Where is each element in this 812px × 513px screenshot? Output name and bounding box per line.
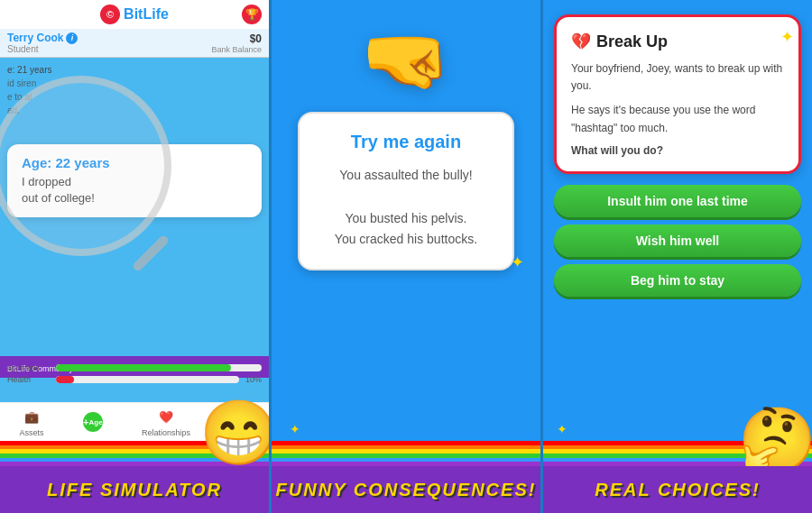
balance-amount: $0 — [211, 32, 262, 45]
event-card-header: 💔 Break Up — [571, 32, 784, 51]
activity-line2: e to al — [7, 90, 262, 104]
balance-label: Bank Balance — [211, 45, 262, 54]
action-card: Try me again You assaulted the bully! Yo… — [298, 112, 513, 270]
sparkle-icon-4: ✦ — [557, 422, 567, 436]
sparkle-icon-3: ✦ — [780, 27, 794, 47]
panel2-label-text: FUNNY CONSEQUENCES! — [276, 480, 537, 500]
trophy-badge[interactable]: 🏆 — [242, 5, 262, 24]
activity-list: e: 21 years id siren e to al ad. — [7, 63, 262, 117]
user-role: Student — [7, 44, 78, 54]
action-line1: You assaulted the bully! — [318, 165, 494, 187]
health-pct: 10% — [245, 375, 262, 384]
user-info: Terry Cook i Student — [7, 32, 78, 54]
rainbow-strip-2 — [272, 441, 540, 466]
p3-main-content: 💔 Break Up Your boyfriend, Joey, wants t… — [543, 0, 812, 513]
info-icon[interactable]: i — [66, 32, 78, 44]
nav-assets[interactable]: 💼 Assets — [20, 407, 44, 437]
app-name: BitLife — [124, 6, 169, 23]
logo-icon: © — [100, 5, 120, 24]
panel1-label-text: LIFE SIMULATOR — [47, 480, 222, 500]
panel1-bottom-label: LIFE SIMULATOR — [0, 466, 269, 513]
age-icon: +Age — [83, 412, 103, 432]
choice-insult-button[interactable]: Insult him one last time — [554, 185, 801, 217]
stat-label-happiness: appiness — [7, 363, 52, 372]
choice-wish-button[interactable]: Wish him well — [554, 224, 801, 257]
event-body1: Your boyfriend, Joey, wants to break up … — [571, 60, 784, 95]
sparkle-icon-1: ✦ — [511, 252, 524, 272]
action-card-body: You assaulted the bully! You busted his … — [318, 165, 494, 251]
panel-life-simulator: © BitLife 🏆 Terry Cook i Student $0 Bank… — [0, 0, 269, 513]
panel2-bottom-label: FUNNY CONSEQUENCES! — [272, 466, 540, 513]
nav-assets-label: Assets — [20, 428, 44, 437]
stat-label-health: Health — [7, 375, 52, 384]
balance-info: $0 Bank Balance — [211, 32, 262, 54]
activity-age: e: 21 years — [7, 63, 262, 77]
user-name: Terry Cook — [7, 32, 63, 44]
stats-section: appiness Health 10% — [7, 363, 262, 387]
action-line2: You busted his pelvis. — [318, 208, 494, 230]
stat-bar-bg-health — [56, 376, 239, 383]
card-age: Age: 22 years — [22, 155, 247, 170]
fist-emoji: 🤜 — [361, 18, 451, 103]
sparkle-icon-2: ✦ — [290, 422, 300, 436]
happy-emoji: 😁 — [199, 396, 269, 470]
stat-row-happiness: appiness — [7, 363, 262, 372]
nav-relationships[interactable]: ❤️ Relationships — [142, 407, 190, 437]
action-card-title: Try me again — [318, 132, 494, 152]
assets-icon: 💼 — [22, 407, 42, 426]
event-card-title: Break Up — [596, 32, 668, 51]
panel-funny-consequences: 🤜 Try me again You assaulted the bully! … — [269, 0, 543, 513]
magnify-handle — [132, 234, 170, 272]
activity-line1: id siren — [7, 77, 262, 90]
nav-age[interactable]: +Age — [83, 412, 103, 432]
user-name-row: Terry Cook i — [7, 32, 78, 44]
panel3-label-text: REAL CHOICES! — [595, 480, 760, 500]
stat-bar-fill-happiness — [56, 364, 231, 371]
panel3-bottom-label: REAL CHOICES! — [543, 466, 812, 513]
activity-line3: ad. — [7, 104, 262, 117]
action-line3: You cracked his buttocks. — [318, 229, 494, 251]
event-body2: He says it's because you use the word "h… — [571, 102, 784, 136]
breakup-heart-icon: 💔 — [571, 32, 591, 51]
bitlife-logo: © BitLife — [100, 5, 169, 24]
event-card: 💔 Break Up Your boyfriend, Joey, wants t… — [554, 14, 801, 174]
choice-beg-button[interactable]: Beg him to stay — [554, 264, 801, 297]
info-card: Age: 22 years I droppedout of college! — [7, 144, 262, 217]
rainbow-colors-2 — [272, 441, 540, 466]
card-text: I droppedout of college! — [22, 174, 247, 206]
panel-real-choices: 💔 Break Up Your boyfriend, Joey, wants t… — [543, 0, 812, 513]
stat-row-health: Health 10% — [7, 375, 262, 384]
relationships-icon: ❤️ — [156, 407, 176, 426]
event-question: What will you do? — [571, 144, 784, 157]
p2-main-content: 🤜 Try me again You assaulted the bully! … — [272, 0, 540, 513]
user-bar: Terry Cook i Student $0 Bank Balance — [0, 29, 269, 58]
stat-bar-fill-health — [56, 376, 74, 383]
app-header: © BitLife 🏆 — [0, 0, 269, 29]
nav-relationships-label: Relationships — [142, 428, 190, 437]
stat-bar-bg-happiness — [56, 364, 262, 371]
